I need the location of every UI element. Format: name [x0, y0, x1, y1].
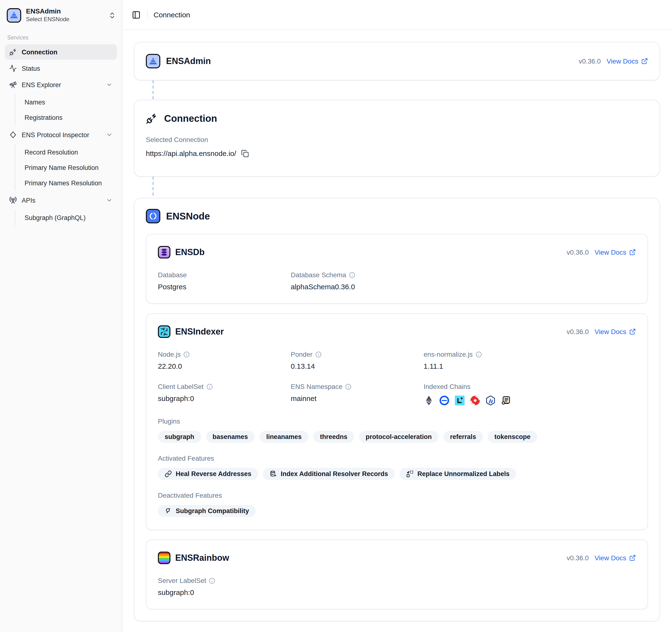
sidebar-item-connection[interactable]: Connection — [5, 44, 117, 60]
field-label: Node.js — [158, 350, 181, 358]
ensrainbow-logo — [158, 552, 170, 564]
field-label-row: ens-normalize.js — [424, 350, 636, 358]
sidebar-nav: ConnectionStatusENS ExplorerNamesRegistr… — [0, 44, 122, 226]
info-icon[interactable] — [476, 351, 482, 357]
field-label-row: Ponder — [291, 350, 424, 358]
ensnode-card-title: ENSNode — [166, 211, 210, 222]
field-label: ens-normalize.js — [424, 350, 473, 358]
sidebar-item-ens-explorer[interactable]: ENS Explorer — [5, 77, 117, 92]
info-icon[interactable] — [315, 351, 321, 357]
content: ENSAdmin v0.36.0 View Docs Connection Se… — [122, 30, 672, 632]
field-label: Database Schema — [291, 271, 346, 279]
field-label-row: Client LabelSet — [158, 383, 291, 390]
field-ens-normalize-js: ens-normalize.js1.11.1 — [424, 350, 636, 370]
connection-url: https://api.alpha.ensnode.io/ — [146, 149, 236, 157]
sidebar-item-primary-name-resolution[interactable]: Primary Name Resolution — [16, 160, 117, 175]
info-icon[interactable] — [345, 383, 352, 390]
plug-zap-icon — [146, 113, 158, 124]
field-indexed-chains: Indexed Chains — [424, 383, 636, 406]
threedns-chain-icon — [470, 395, 480, 406]
sidebar-item-status[interactable]: Status — [5, 60, 117, 76]
ensindexer-card: ENSIndexer v0.36.0 View Docs Node.js22.2… — [146, 313, 648, 530]
field-value: subgraph:0 — [158, 394, 291, 403]
plugin-badge-protocol-acceleration: protocol-acceleration — [359, 431, 438, 443]
field-value: Postgres — [158, 283, 291, 291]
field-client-labelset: Client LabelSetsubgraph:0 — [158, 383, 291, 406]
ens-diamond-icon — [9, 131, 17, 139]
field-label-row: Database — [158, 271, 291, 279]
field-database: DatabasePostgres — [158, 271, 291, 291]
sidebar-item-label: Status — [22, 65, 40, 72]
view-docs-link[interactable]: View Docs — [595, 248, 636, 256]
ensrainbow-fields: Server LabelSetsubgraph:0 — [158, 577, 636, 597]
sidebar-item-apis[interactable]: APIs — [5, 193, 117, 208]
ensadmin-logo — [146, 54, 160, 68]
sidebar-toggle-button[interactable] — [129, 7, 143, 22]
field-label-row: Database Schema — [291, 271, 424, 279]
sidebar-item-registrations[interactable]: Registrations — [16, 110, 117, 125]
sidebar-item-ens-protocol-inspector[interactable]: ENS Protocol Inspector — [5, 127, 117, 143]
ensrainbow-card-title: ENSRainbow — [175, 553, 229, 563]
feature-badge-label: Subgraph Compatibility — [176, 507, 249, 514]
feature-badge-label: Replace Unnormalized Labels — [417, 470, 509, 478]
ensrainbow-card-header: ENSRainbow v0.36.0 View Docs — [158, 552, 636, 564]
sidebar-item-names[interactable]: Names — [16, 94, 117, 110]
ensdb-card-meta: v0.36.0 View Docs — [567, 248, 636, 256]
plugin-badge-lineanames: lineanames — [260, 431, 308, 443]
field-node-js: Node.js22.20.0 — [158, 350, 291, 370]
info-icon[interactable] — [209, 577, 215, 584]
info-icon[interactable] — [184, 351, 190, 357]
field-value: mainnet — [291, 394, 424, 403]
ensdb-card-header: ENSDb v0.36.0 View Docs — [158, 246, 636, 259]
view-docs-label: View Docs — [595, 328, 626, 336]
ensindexer-card-header: ENSIndexer v0.36.0 View Docs — [158, 325, 636, 338]
field-ens-namespace: ENS Namespacemainnet — [291, 383, 424, 406]
info-icon[interactable] — [349, 272, 355, 278]
ensnode-selector[interactable]: ENSAdmin Select ENSNode — [0, 0, 122, 28]
external-link-icon — [629, 328, 636, 335]
view-docs-link[interactable]: View Docs — [595, 328, 636, 336]
copy-url-button[interactable] — [241, 149, 249, 157]
ensdb-card-title: ENSDb — [175, 247, 205, 257]
view-docs-link[interactable]: View Docs — [595, 554, 636, 562]
indexed-chains-label: Indexed Chains — [424, 383, 636, 390]
field-label: ENS Namespace — [291, 383, 342, 390]
selected-connection-row: https://api.alpha.ensnode.io/ — [146, 149, 648, 157]
sidebar-item-record-resolution[interactable]: Record Resolution — [16, 144, 117, 160]
sidebar-item-label: ENS Protocol Inspector — [22, 131, 89, 138]
scroll-chain-icon — [501, 395, 511, 406]
ensadmin-app: ENSAdmin Select ENSNode Services Connect… — [0, 0, 672, 632]
external-link-icon — [629, 249, 636, 256]
deactivated-features-list: Subgraph Compatibility — [158, 505, 636, 517]
telescope-icon — [9, 81, 17, 89]
view-docs-label: View Docs — [595, 248, 626, 256]
app-title: ENSAdmin — [26, 7, 103, 16]
sidebar-subitems-ens-protocol-inspector: Record ResolutionPrimary Name Resolution… — [15, 144, 117, 191]
ensdb-card: ENSDb v0.36.0 View Docs DatabasePostgres… — [146, 234, 648, 304]
field-value: 1.11.1 — [424, 362, 636, 370]
info-icon[interactable] — [207, 383, 213, 390]
app-subtitle: Select ENSNode — [26, 16, 103, 23]
circuit-icon — [159, 327, 169, 337]
field-value: 22.20.0 — [158, 362, 291, 370]
activity-icon — [9, 65, 17, 72]
ensnode-mark-icon — [148, 211, 158, 221]
version-badge: v0.36.0 — [567, 328, 589, 336]
activated-features-list: Heal Reverse AddressesIndex Additional R… — [158, 468, 636, 480]
feature-badge-replace-unnormalized-labels: Replace Unnormalized Labels — [400, 468, 516, 480]
sidebar-item-subgraph-graphql[interactable]: Subgraph (GraphQL) — [16, 210, 117, 225]
services-section-label: Services — [0, 28, 122, 44]
ethereum-chain-icon — [424, 395, 434, 406]
sidebar-item-primary-names-resolution[interactable]: Primary Names Resolution — [16, 175, 117, 191]
database-icon — [159, 247, 169, 257]
plugin-badge-threedns: threedns — [313, 431, 354, 443]
sidebar-item-label: ENS Explorer — [22, 81, 61, 88]
chevron-down-icon — [106, 131, 113, 138]
ensrainbow-card: ENSRainbow v0.36.0 View Docs Server Labe… — [146, 540, 648, 609]
view-docs-link[interactable]: View Docs — [606, 57, 648, 65]
field-label-row: Node.js — [158, 350, 291, 358]
ensnode-card-header: ENSNode — [146, 209, 648, 223]
ensadmin-card-title: ENSAdmin — [166, 56, 211, 66]
topbar-divider — [147, 10, 148, 19]
ensindexer-card-meta: v0.36.0 View Docs — [567, 328, 636, 336]
